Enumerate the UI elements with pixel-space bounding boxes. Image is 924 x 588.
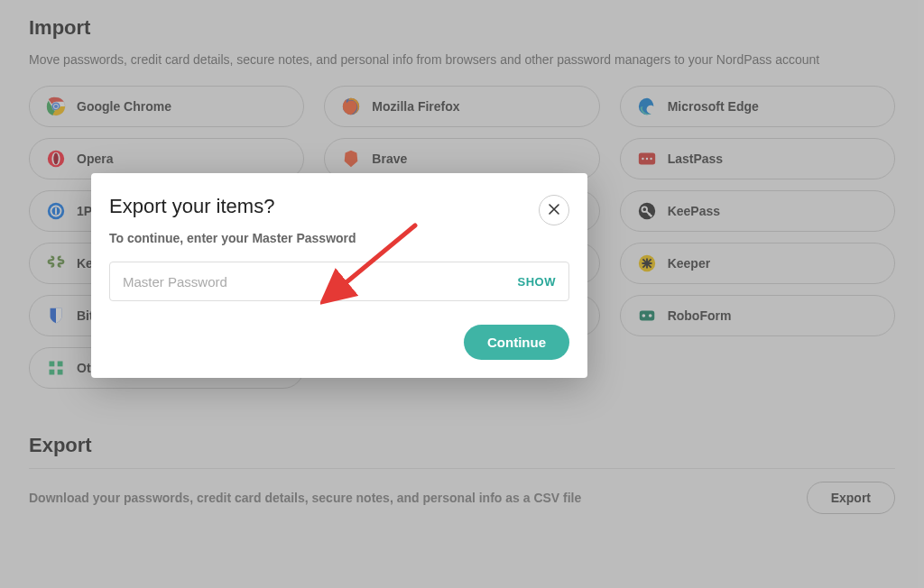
master-password-input[interactable] [123,274,518,289]
master-password-field: SHOW [109,262,569,301]
modal-subtitle: To continue, enter your Master Password [109,231,569,245]
close-icon [547,202,561,219]
close-button[interactable] [539,195,569,225]
export-confirm-modal: Export your items? To continue, enter yo… [91,173,587,378]
show-password-button[interactable]: SHOW [518,275,556,289]
modal-title: Export your items? [109,195,274,218]
continue-button[interactable]: Continue [464,325,569,360]
modal-overlay: Export your items? To continue, enter yo… [0,0,924,588]
